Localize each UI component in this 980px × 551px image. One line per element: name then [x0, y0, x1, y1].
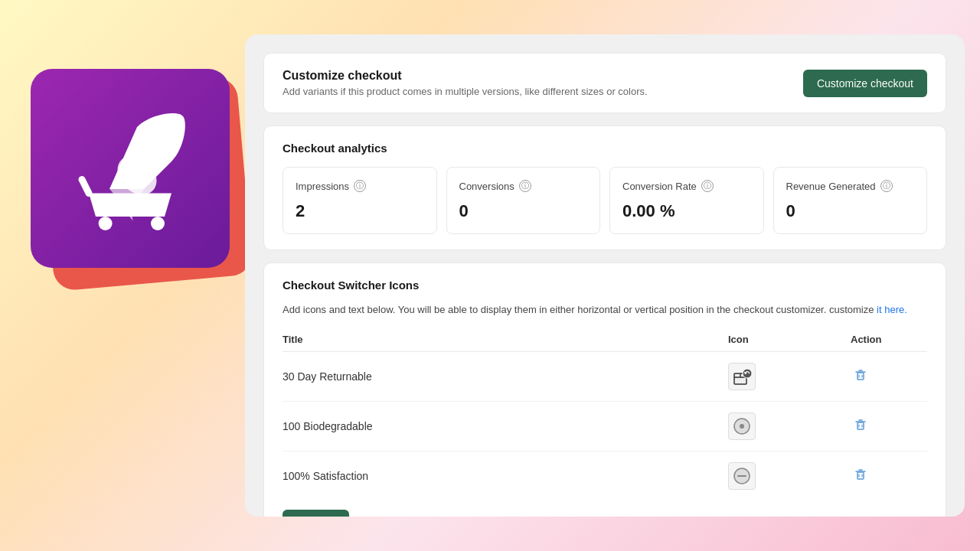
analytics-grid: Impressions ⓘ 2 Conversions ⓘ 0 Conversi…: [283, 167, 927, 234]
row-title-0: 30 Day Returnable: [283, 352, 728, 402]
svg-rect-15: [858, 422, 864, 429]
header-card-title: Customize checkout: [283, 69, 648, 83]
trash-icon-0: [854, 368, 867, 382]
logo-area: [23, 61, 268, 306]
svg-rect-22: [858, 472, 864, 479]
info-icon-conversions[interactable]: ⓘ: [519, 180, 531, 192]
table-row: 100 Biodegradable: [283, 402, 927, 452]
analytics-value-conversion-rate: 0.00 %: [622, 201, 751, 221]
delete-button-0[interactable]: [851, 365, 871, 389]
info-icon-conversion-rate[interactable]: ⓘ: [701, 180, 714, 192]
it-here-link[interactable]: it here.: [877, 304, 907, 315]
analytics-item-conversion-rate: Conversion Rate ⓘ 0.00 %: [609, 167, 764, 234]
row-icon-1: [728, 402, 851, 452]
analytics-title: Checkout analytics: [283, 142, 927, 155]
analytics-value-impressions: 2: [296, 201, 424, 221]
main-panel: Customize checkout Add variants if this …: [245, 34, 965, 517]
circle-dot-icon: [732, 416, 752, 436]
analytics-item-conversions: Conversions ⓘ 0: [446, 167, 601, 234]
switcher-description: Add icons and text below. You will be ab…: [283, 304, 927, 315]
svg-point-1: [99, 217, 113, 230]
analytics-card: Checkout analytics Impressions ⓘ 2 Conve…: [263, 126, 946, 250]
info-icon-revenue[interactable]: ⓘ: [880, 180, 893, 192]
analytics-label-row-conversions: Conversions ⓘ: [459, 180, 588, 192]
row-icon-0: [728, 352, 851, 402]
trash-icon-2: [854, 468, 867, 481]
delete-button-2[interactable]: [851, 465, 871, 488]
analytics-label-conversions: Conversions: [459, 181, 514, 192]
svg-point-14: [740, 424, 744, 429]
analytics-item-impressions: Impressions ⓘ 2: [283, 167, 437, 234]
analytics-item-revenue: Revenue Generated ⓘ 0: [773, 167, 928, 234]
col-header-action: Action: [851, 328, 927, 352]
add-icon-button[interactable]: Add Icon: [283, 510, 349, 517]
logo-main: [31, 69, 230, 268]
icon-table: Title Icon Action 30 Day Returnable: [283, 328, 927, 500]
customize-checkout-button[interactable]: Customize checkout: [803, 70, 927, 97]
svg-point-3: [163, 124, 174, 135]
col-header-title: Title: [283, 328, 728, 352]
table-row: 30 Day Returnable: [283, 352, 927, 402]
box-return-icon: [731, 366, 753, 387]
row-action-2: [851, 452, 927, 501]
delete-button-1[interactable]: [851, 415, 871, 439]
analytics-label-row-revenue: Revenue Generated ⓘ: [786, 180, 915, 192]
header-card-description: Add variants if this product comes in mu…: [283, 86, 648, 97]
circle-minus-icon: [732, 466, 752, 486]
analytics-label-row-conversion-rate: Conversion Rate ⓘ: [622, 180, 751, 192]
col-header-icon: Icon: [728, 328, 851, 352]
row-action-0: [851, 352, 927, 402]
customize-checkout-card: Customize checkout Add variants if this …: [263, 53, 946, 113]
trash-icon-1: [854, 418, 867, 432]
row-title-2: 100% Satisfaction: [283, 452, 728, 501]
analytics-label-impressions: Impressions: [296, 181, 349, 192]
info-icon-impressions[interactable]: ⓘ: [354, 180, 366, 192]
analytics-value-conversions: 0: [459, 201, 588, 221]
svg-point-2: [151, 217, 165, 230]
table-row: 100% Satisfaction: [283, 452, 927, 501]
svg-point-7: [743, 369, 752, 378]
analytics-label-revenue: Revenue Generated: [786, 181, 876, 192]
switcher-card: Checkout Switcher Icons Add icons and te…: [263, 262, 946, 517]
svg-rect-8: [858, 373, 864, 380]
analytics-label-conversion-rate: Conversion Rate: [622, 181, 697, 192]
icon-thumb-0: [728, 363, 756, 390]
row-icon-2: [728, 452, 851, 501]
row-title-1: 100 Biodegradable: [283, 402, 728, 452]
analytics-value-revenue: 0: [786, 201, 915, 221]
header-card-text: Customize checkout Add variants if this …: [283, 69, 648, 97]
row-action-1: [851, 402, 927, 452]
switcher-title: Checkout Switcher Icons: [283, 279, 927, 292]
analytics-label-row-impressions: Impressions ⓘ: [296, 180, 424, 192]
logo-icon: [61, 99, 199, 237]
icon-thumb-1: [728, 412, 756, 440]
icon-thumb-2: [728, 462, 756, 490]
